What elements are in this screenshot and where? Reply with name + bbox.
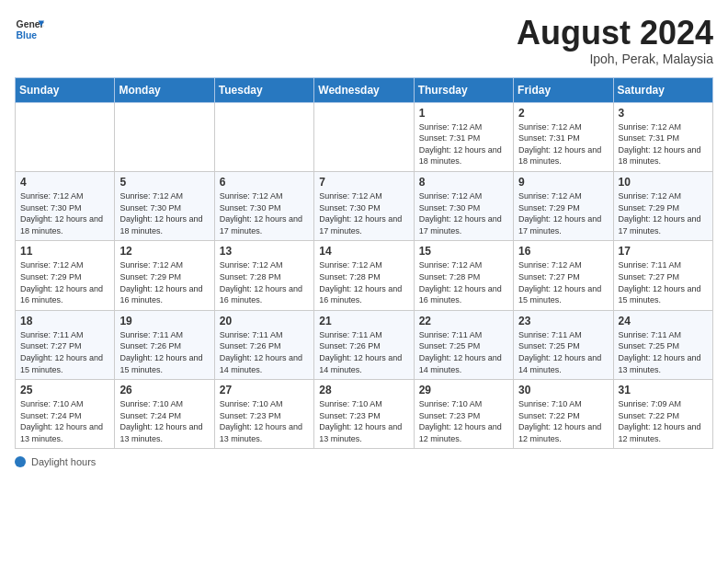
day-cell-0-1 bbox=[115, 102, 214, 171]
col-wednesday: Wednesday bbox=[314, 77, 414, 102]
col-saturday: Saturday bbox=[613, 77, 712, 102]
day-number: 27 bbox=[220, 384, 309, 396]
day-number: 19 bbox=[119, 315, 209, 327]
day-info: Sunrise: 7:09 AM Sunset: 7:22 PM Dayligh… bbox=[619, 398, 708, 444]
day-cell-3-3: 21Sunrise: 7:11 AM Sunset: 7:26 PM Dayli… bbox=[314, 310, 414, 379]
day-number: 30 bbox=[518, 384, 608, 396]
day-info: Sunrise: 7:10 AM Sunset: 7:22 PM Dayligh… bbox=[518, 398, 608, 444]
day-info: Sunrise: 7:12 AM Sunset: 7:31 PM Dayligh… bbox=[619, 121, 708, 167]
day-cell-4-4: 29Sunrise: 7:10 AM Sunset: 7:23 PM Dayli… bbox=[414, 380, 513, 449]
day-cell-1-0: 4Sunrise: 7:12 AM Sunset: 7:30 PM Daylig… bbox=[16, 171, 115, 240]
day-cell-4-3: 28Sunrise: 7:10 AM Sunset: 7:23 PM Dayli… bbox=[314, 380, 414, 449]
day-cell-2-4: 15Sunrise: 7:12 AM Sunset: 7:28 PM Dayli… bbox=[414, 241, 513, 310]
calendar-table: Sunday Monday Tuesday Wednesday Thursday… bbox=[15, 77, 713, 450]
day-number: 31 bbox=[619, 384, 708, 396]
location-subtitle: Ipoh, Perak, Malaysia bbox=[517, 52, 713, 66]
day-number: 18 bbox=[20, 315, 109, 327]
calendar-header-row: Sunday Monday Tuesday Wednesday Thursday… bbox=[16, 77, 713, 102]
week-row-2: 11Sunrise: 7:12 AM Sunset: 7:29 PM Dayli… bbox=[16, 241, 713, 310]
day-info: Sunrise: 7:12 AM Sunset: 7:31 PM Dayligh… bbox=[419, 121, 508, 167]
day-info: Sunrise: 7:12 AM Sunset: 7:28 PM Dayligh… bbox=[419, 259, 508, 305]
day-info: Sunrise: 7:12 AM Sunset: 7:30 PM Dayligh… bbox=[20, 190, 109, 236]
day-cell-4-5: 30Sunrise: 7:10 AM Sunset: 7:22 PM Dayli… bbox=[514, 380, 613, 449]
day-info: Sunrise: 7:11 AM Sunset: 7:27 PM Dayligh… bbox=[619, 259, 708, 305]
day-cell-2-2: 13Sunrise: 7:12 AM Sunset: 7:28 PM Dayli… bbox=[214, 241, 313, 310]
day-info: Sunrise: 7:10 AM Sunset: 7:24 PM Dayligh… bbox=[20, 398, 109, 444]
day-cell-4-6: 31Sunrise: 7:09 AM Sunset: 7:22 PM Dayli… bbox=[613, 380, 712, 449]
day-number: 7 bbox=[319, 176, 408, 189]
day-number: 28 bbox=[319, 384, 408, 396]
day-cell-1-4: 8Sunrise: 7:12 AM Sunset: 7:30 PM Daylig… bbox=[414, 171, 513, 240]
col-tuesday: Tuesday bbox=[214, 77, 313, 102]
day-number: 6 bbox=[220, 176, 309, 189]
title-block: August 2024 Ipoh, Perak, Malaysia bbox=[517, 15, 713, 66]
week-row-3: 18Sunrise: 7:11 AM Sunset: 7:27 PM Dayli… bbox=[16, 310, 713, 379]
day-cell-1-5: 9Sunrise: 7:12 AM Sunset: 7:29 PM Daylig… bbox=[514, 171, 613, 240]
day-info: Sunrise: 7:12 AM Sunset: 7:27 PM Dayligh… bbox=[518, 259, 608, 305]
day-cell-4-0: 25Sunrise: 7:10 AM Sunset: 7:24 PM Dayli… bbox=[16, 380, 115, 449]
day-info: Sunrise: 7:12 AM Sunset: 7:30 PM Dayligh… bbox=[319, 190, 408, 236]
day-number: 24 bbox=[619, 315, 708, 327]
day-number: 15 bbox=[419, 245, 508, 258]
month-year-title: August 2024 bbox=[517, 15, 713, 52]
day-number: 11 bbox=[20, 245, 109, 258]
day-cell-2-0: 11Sunrise: 7:12 AM Sunset: 7:29 PM Dayli… bbox=[16, 241, 115, 310]
day-info: Sunrise: 7:11 AM Sunset: 7:25 PM Dayligh… bbox=[419, 329, 508, 375]
day-cell-2-3: 14Sunrise: 7:12 AM Sunset: 7:28 PM Dayli… bbox=[314, 241, 414, 310]
day-info: Sunrise: 7:10 AM Sunset: 7:23 PM Dayligh… bbox=[319, 398, 408, 444]
day-cell-3-1: 19Sunrise: 7:11 AM Sunset: 7:26 PM Dayli… bbox=[115, 310, 214, 379]
calendar-body: 1Sunrise: 7:12 AM Sunset: 7:31 PM Daylig… bbox=[16, 102, 713, 449]
day-number: 5 bbox=[119, 176, 209, 189]
day-number: 26 bbox=[119, 384, 209, 396]
day-number: 25 bbox=[20, 384, 109, 396]
logo-icon: General Blue bbox=[15, 15, 44, 44]
svg-text:Blue: Blue bbox=[17, 30, 38, 40]
week-row-0: 1Sunrise: 7:12 AM Sunset: 7:31 PM Daylig… bbox=[16, 102, 713, 171]
day-cell-3-6: 24Sunrise: 7:11 AM Sunset: 7:25 PM Dayli… bbox=[613, 310, 712, 379]
day-info: Sunrise: 7:10 AM Sunset: 7:24 PM Dayligh… bbox=[119, 398, 209, 444]
day-info: Sunrise: 7:12 AM Sunset: 7:29 PM Dayligh… bbox=[518, 190, 608, 236]
footer: Daylight hours bbox=[15, 456, 713, 467]
day-info: Sunrise: 7:11 AM Sunset: 7:25 PM Dayligh… bbox=[619, 329, 708, 375]
day-number: 23 bbox=[518, 315, 608, 327]
day-info: Sunrise: 7:11 AM Sunset: 7:26 PM Dayligh… bbox=[220, 329, 309, 375]
day-number: 1 bbox=[419, 107, 508, 120]
day-cell-4-1: 26Sunrise: 7:10 AM Sunset: 7:24 PM Dayli… bbox=[115, 380, 214, 449]
week-row-4: 25Sunrise: 7:10 AM Sunset: 7:24 PM Dayli… bbox=[16, 380, 713, 449]
day-info: Sunrise: 7:11 AM Sunset: 7:27 PM Dayligh… bbox=[20, 329, 109, 375]
day-number: 9 bbox=[518, 176, 608, 189]
day-number: 4 bbox=[20, 176, 109, 189]
day-number: 8 bbox=[419, 176, 508, 189]
col-thursday: Thursday bbox=[414, 77, 513, 102]
day-cell-1-1: 5Sunrise: 7:12 AM Sunset: 7:30 PM Daylig… bbox=[115, 171, 214, 240]
day-cell-1-3: 7Sunrise: 7:12 AM Sunset: 7:30 PM Daylig… bbox=[314, 171, 414, 240]
day-number: 14 bbox=[319, 245, 408, 258]
day-cell-4-2: 27Sunrise: 7:10 AM Sunset: 7:23 PM Dayli… bbox=[214, 380, 313, 449]
day-info: Sunrise: 7:12 AM Sunset: 7:29 PM Dayligh… bbox=[20, 259, 109, 305]
day-number: 21 bbox=[319, 315, 408, 327]
day-info: Sunrise: 7:12 AM Sunset: 7:29 PM Dayligh… bbox=[119, 259, 209, 305]
day-cell-2-5: 16Sunrise: 7:12 AM Sunset: 7:27 PM Dayli… bbox=[514, 241, 613, 310]
day-cell-0-3 bbox=[314, 102, 414, 171]
day-cell-1-6: 10Sunrise: 7:12 AM Sunset: 7:29 PM Dayli… bbox=[613, 171, 712, 240]
day-cell-0-0 bbox=[16, 102, 115, 171]
day-cell-0-4: 1Sunrise: 7:12 AM Sunset: 7:31 PM Daylig… bbox=[414, 102, 513, 171]
day-cell-0-2 bbox=[214, 102, 313, 171]
col-friday: Friday bbox=[514, 77, 613, 102]
day-number: 13 bbox=[220, 245, 309, 258]
day-number: 10 bbox=[619, 176, 708, 189]
day-cell-2-1: 12Sunrise: 7:12 AM Sunset: 7:29 PM Dayli… bbox=[115, 241, 214, 310]
day-cell-3-5: 23Sunrise: 7:11 AM Sunset: 7:25 PM Dayli… bbox=[514, 310, 613, 379]
day-cell-3-0: 18Sunrise: 7:11 AM Sunset: 7:27 PM Dayli… bbox=[16, 310, 115, 379]
day-info: Sunrise: 7:11 AM Sunset: 7:26 PM Dayligh… bbox=[319, 329, 408, 375]
day-number: 17 bbox=[619, 245, 708, 258]
day-cell-2-6: 17Sunrise: 7:11 AM Sunset: 7:27 PM Dayli… bbox=[613, 241, 712, 310]
day-cell-3-2: 20Sunrise: 7:11 AM Sunset: 7:26 PM Dayli… bbox=[214, 310, 313, 379]
day-cell-1-2: 6Sunrise: 7:12 AM Sunset: 7:30 PM Daylig… bbox=[214, 171, 313, 240]
day-info: Sunrise: 7:11 AM Sunset: 7:25 PM Dayligh… bbox=[518, 329, 608, 375]
footer-dot-icon bbox=[15, 456, 26, 467]
day-info: Sunrise: 7:12 AM Sunset: 7:30 PM Dayligh… bbox=[419, 190, 508, 236]
page-header: General Blue August 2024 Ipoh, Perak, Ma… bbox=[15, 15, 713, 66]
col-monday: Monday bbox=[115, 77, 214, 102]
day-info: Sunrise: 7:10 AM Sunset: 7:23 PM Dayligh… bbox=[220, 398, 309, 444]
